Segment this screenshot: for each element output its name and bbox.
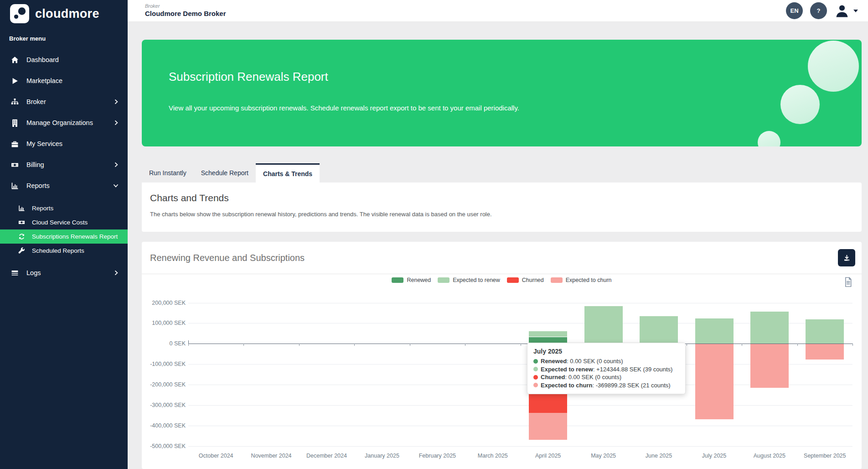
x-axis-label: September 2025 bbox=[797, 453, 852, 459]
chart-icon bbox=[18, 205, 25, 212]
legend-swatch bbox=[438, 277, 450, 283]
tooltip-row-expected-to-churn: Expected to churn: -369899.28 SEK (21 co… bbox=[533, 381, 679, 390]
chevron-right-icon bbox=[114, 120, 119, 125]
sidebar-item-label: Reports bbox=[32, 205, 53, 212]
axis-tick bbox=[465, 344, 465, 346]
main-content: Subscription Renewals Report View all yo… bbox=[128, 22, 868, 469]
sidebar-item-reports[interactable]: Reports bbox=[0, 175, 128, 196]
chevron-down-icon bbox=[853, 10, 858, 12]
sidebar-item-my-services[interactable]: My Services bbox=[0, 133, 128, 154]
tab-schedule-report[interactable]: Schedule Report bbox=[194, 163, 256, 182]
tooltip-row-text: Churned: 0.00 SEK (0 counts) bbox=[541, 373, 621, 381]
sidebar-item-label: Dashboard bbox=[26, 56, 59, 63]
chart-export-menu-icon[interactable] bbox=[844, 277, 852, 289]
chevron-right-icon bbox=[114, 99, 119, 104]
chart-title: Renewing Revenue and Subscriptions bbox=[150, 253, 305, 263]
tooltip-title: July 2025 bbox=[533, 348, 679, 355]
y-axis-label: -400,000 SEK bbox=[142, 422, 186, 429]
user-menu[interactable] bbox=[834, 3, 858, 19]
sidebar-item-label: Cloud Service Costs bbox=[32, 219, 88, 226]
page-banner: Subscription Renewals Report View all yo… bbox=[142, 40, 862, 146]
sidebar-item-billing[interactable]: Billing bbox=[0, 154, 128, 175]
sidebar-item-scheduled-reports[interactable]: Scheduled Reports bbox=[0, 244, 128, 258]
axis-tick bbox=[354, 344, 355, 346]
sidebar-item-reports[interactable]: Reports bbox=[0, 201, 128, 215]
legend-item-expected-to-churn[interactable]: Expected to churn bbox=[551, 277, 612, 283]
gridline bbox=[188, 426, 852, 426]
chart-icon bbox=[11, 182, 19, 190]
sidebar-item-label: Broker bbox=[26, 98, 46, 105]
sidebar-item-marketplace[interactable]: Marketplace bbox=[0, 70, 128, 91]
banner-decoration-circle bbox=[758, 131, 780, 146]
sidebar-item-logs[interactable]: Logs bbox=[0, 262, 128, 283]
legend-item-renewed[interactable]: Renewed bbox=[392, 277, 431, 283]
bar-segment-expected-to-renew[interactable] bbox=[584, 306, 623, 344]
chart-card: Renewing Revenue and Subscriptions Renew… bbox=[142, 242, 862, 469]
topbar: Broker Cloudmore Demo Broker EN ? bbox=[128, 0, 868, 22]
bar-segment-expected-to-renew[interactable] bbox=[640, 316, 678, 344]
y-axis-label: -200,000 SEK bbox=[142, 381, 186, 388]
y-axis-label: 200,000 SEK bbox=[142, 300, 186, 306]
bar-segment-expected-to-renew[interactable] bbox=[529, 331, 567, 337]
language-button[interactable]: EN bbox=[786, 2, 803, 19]
bar-segment-expected-to-churn[interactable] bbox=[806, 344, 844, 360]
sidebar-item-manage-organizations[interactable]: Manage Organizations bbox=[0, 112, 128, 133]
sidebar-item-label: Logs bbox=[26, 269, 41, 276]
page-description: View all your upcoming subscription rene… bbox=[169, 104, 862, 112]
axis-tick bbox=[243, 344, 244, 346]
help-button[interactable]: ? bbox=[810, 2, 827, 19]
sidebar-item-cloud-service-costs[interactable]: Cloud Service Costs bbox=[0, 215, 128, 229]
legend-item-churned[interactable]: Churned bbox=[507, 277, 544, 283]
gridline bbox=[188, 405, 852, 406]
sidebar-item-subscriptions-renewals-report[interactable]: Subscriptions Renewals Report bbox=[0, 229, 128, 244]
bar-segment-expected-to-renew[interactable] bbox=[750, 312, 789, 344]
axis-tick bbox=[797, 344, 798, 346]
brand-logo[interactable]: cloudmore bbox=[0, 0, 128, 23]
tooltip-row-expected-to-renew: Expected to renew: +124344.88 SEK (39 co… bbox=[533, 365, 679, 374]
bar-segment-expected-to-churn[interactable] bbox=[750, 344, 789, 387]
axis-tick bbox=[188, 340, 189, 344]
brand-name: cloudmore bbox=[35, 7, 99, 21]
tooltip-row-renewed: Renewed: 0.00 SEK (0 counts) bbox=[533, 357, 679, 365]
bar-segment-expected-to-renew[interactable] bbox=[806, 319, 844, 344]
axis-tick bbox=[410, 344, 410, 346]
y-axis-label: 100,000 SEK bbox=[142, 320, 186, 326]
axis-tick bbox=[852, 344, 853, 346]
axis-tick bbox=[299, 344, 300, 346]
wrench-icon bbox=[18, 247, 25, 254]
sidebar-item-dashboard[interactable]: Dashboard bbox=[0, 49, 128, 70]
bar-segment-expected-to-churn[interactable] bbox=[695, 344, 734, 419]
legend-label: Renewed bbox=[407, 277, 431, 283]
legend-label: Churned bbox=[522, 277, 544, 283]
legend-item-expected-to-renew[interactable]: Expected to renew bbox=[438, 277, 500, 283]
sidebar-item-label: Manage Organizations bbox=[26, 119, 93, 126]
download-report-button[interactable] bbox=[838, 249, 855, 266]
x-axis-label: December 2024 bbox=[299, 453, 355, 459]
breadcrumb-label: Broker bbox=[145, 3, 226, 10]
bar-segment-expected-to-renew[interactable] bbox=[695, 318, 734, 344]
user-avatar-icon bbox=[834, 3, 850, 19]
series-dot-icon bbox=[533, 359, 538, 364]
page-context-title: Cloudmore Demo Broker bbox=[145, 10, 226, 18]
refresh-icon bbox=[18, 233, 25, 240]
breadcrumb: Broker Cloudmore Demo Broker bbox=[145, 3, 226, 18]
banner-decoration-circle bbox=[780, 85, 820, 124]
topbar-actions: EN ? bbox=[786, 2, 858, 19]
sidebar-item-label: Subscriptions Renewals Report bbox=[32, 233, 118, 240]
legend-swatch bbox=[551, 277, 563, 283]
tooltip-row-text: Expected to churn: -369899.28 SEK (21 co… bbox=[541, 381, 671, 390]
tab-run-instantly[interactable]: Run Instantly bbox=[142, 163, 194, 182]
gridline bbox=[188, 446, 852, 447]
sidebar-item-label: Reports bbox=[26, 182, 50, 189]
tab-charts-trends[interactable]: Charts & Trends bbox=[256, 163, 320, 182]
banner-decoration-circle bbox=[808, 41, 859, 92]
x-axis-label: May 2025 bbox=[576, 453, 631, 459]
bar-segment-expected-to-churn[interactable] bbox=[529, 413, 567, 440]
chevron-right-icon bbox=[114, 162, 119, 167]
sidebar-item-broker[interactable]: Broker bbox=[0, 91, 128, 112]
page-title: Subscription Renewals Report bbox=[169, 70, 862, 84]
y-axis-label: 0 SEK bbox=[142, 340, 186, 347]
y-axis-label: -500,000 SEK bbox=[142, 443, 186, 449]
logs-icon bbox=[11, 269, 19, 277]
sidebar-item-label: Marketplace bbox=[26, 77, 62, 84]
